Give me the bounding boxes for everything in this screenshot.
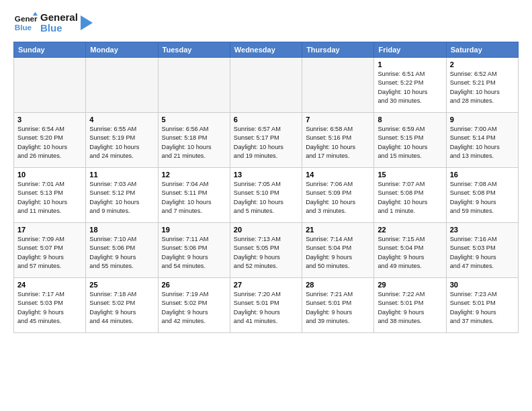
day-number: 1: [378, 60, 442, 68]
calendar-cell: [14, 58, 86, 113]
calendar-cell: 9Sunrise: 7:00 AMSunset: 5:14 PMDaylight…: [446, 113, 518, 168]
calendar-cell: 11Sunrise: 7:03 AMSunset: 5:12 PMDayligh…: [86, 168, 158, 223]
day-number: 22: [378, 226, 442, 234]
day-number: 10: [17, 171, 82, 179]
calendar-cell: 2Sunrise: 6:52 AMSunset: 5:21 PMDaylight…: [446, 58, 518, 113]
header: General Blue General Blue: [13, 11, 519, 35]
day-info: Sunrise: 7:07 AMSunset: 5:08 PMDaylight:…: [378, 180, 442, 216]
day-info: Sunrise: 7:04 AMSunset: 5:11 PMDaylight:…: [162, 180, 226, 216]
calendar-cell: 23Sunrise: 7:16 AMSunset: 5:03 PMDayligh…: [446, 223, 518, 278]
weekday-header-tuesday: Tuesday: [158, 42, 230, 58]
day-number: 24: [17, 281, 82, 289]
calendar-cell: 3Sunrise: 6:54 AMSunset: 5:20 PMDaylight…: [14, 113, 86, 168]
calendar-cell: [302, 58, 374, 113]
day-info: Sunrise: 7:03 AMSunset: 5:12 PMDaylight:…: [89, 180, 154, 216]
weekday-header-sunday: Sunday: [14, 42, 86, 58]
day-info: Sunrise: 7:08 AMSunset: 5:08 PMDaylight:…: [450, 180, 515, 216]
day-info: Sunrise: 7:17 AMSunset: 5:03 PMDaylight:…: [17, 290, 82, 326]
day-number: 18: [89, 226, 154, 234]
day-number: 12: [162, 171, 226, 179]
calendar-cell: 27Sunrise: 7:20 AMSunset: 5:01 PMDayligh…: [230, 278, 302, 333]
calendar-table: SundayMondayTuesdayWednesdayThursdayFrid…: [13, 42, 519, 333]
weekday-header-thursday: Thursday: [302, 42, 374, 58]
day-info: Sunrise: 7:21 AMSunset: 5:01 PMDaylight:…: [306, 290, 370, 326]
day-info: Sunrise: 6:52 AMSunset: 5:21 PMDaylight:…: [450, 70, 515, 105]
day-number: 11: [89, 171, 154, 179]
day-info: Sunrise: 6:57 AMSunset: 5:17 PMDaylight:…: [234, 125, 298, 161]
day-info: Sunrise: 7:13 AMSunset: 5:05 PMDaylight:…: [234, 235, 298, 271]
weekday-header-saturday: Saturday: [446, 42, 518, 58]
day-info: Sunrise: 7:14 AMSunset: 5:04 PMDaylight:…: [306, 235, 370, 271]
calendar-cell: 28Sunrise: 7:21 AMSunset: 5:01 PMDayligh…: [302, 278, 374, 333]
day-info: Sunrise: 7:20 AMSunset: 5:01 PMDaylight:…: [234, 290, 298, 326]
calendar-cell: [158, 58, 230, 113]
calendar-cell: 5Sunrise: 6:56 AMSunset: 5:18 PMDaylight…: [158, 113, 230, 168]
day-info: Sunrise: 7:16 AMSunset: 5:03 PMDaylight:…: [450, 235, 515, 271]
calendar-cell: 14Sunrise: 7:06 AMSunset: 5:09 PMDayligh…: [302, 168, 374, 223]
day-number: 19: [162, 226, 226, 234]
day-number: 8: [378, 116, 442, 124]
calendar-cell: 21Sunrise: 7:14 AMSunset: 5:04 PMDayligh…: [302, 223, 374, 278]
day-number: 26: [162, 281, 226, 289]
day-info: Sunrise: 7:19 AMSunset: 5:02 PMDaylight:…: [162, 290, 226, 326]
day-info: Sunrise: 7:22 AMSunset: 5:01 PMDaylight:…: [378, 290, 442, 326]
day-number: 17: [17, 226, 82, 234]
calendar-cell: 18Sunrise: 7:10 AMSunset: 5:06 PMDayligh…: [86, 223, 158, 278]
day-info: Sunrise: 6:51 AMSunset: 5:22 PMDaylight:…: [378, 70, 442, 105]
calendar-cell: 22Sunrise: 7:15 AMSunset: 5:04 PMDayligh…: [374, 223, 446, 278]
day-number: 25: [89, 281, 154, 289]
calendar-cell: 26Sunrise: 7:19 AMSunset: 5:02 PMDayligh…: [158, 278, 230, 333]
svg-marker-3: [81, 15, 93, 30]
day-number: 5: [162, 116, 226, 124]
calendar-cell: 17Sunrise: 7:09 AMSunset: 5:07 PMDayligh…: [14, 223, 86, 278]
day-info: Sunrise: 7:23 AMSunset: 5:01 PMDaylight:…: [450, 290, 515, 326]
calendar-cell: 12Sunrise: 7:04 AMSunset: 5:11 PMDayligh…: [158, 168, 230, 223]
day-info: Sunrise: 7:11 AMSunset: 5:06 PMDaylight:…: [162, 235, 226, 271]
calendar-cell: 24Sunrise: 7:17 AMSunset: 5:03 PMDayligh…: [14, 278, 86, 333]
day-number: 27: [234, 281, 298, 289]
day-number: 14: [306, 171, 370, 179]
day-info: Sunrise: 7:05 AMSunset: 5:10 PMDaylight:…: [234, 180, 298, 216]
day-info: Sunrise: 7:10 AMSunset: 5:06 PMDaylight:…: [89, 235, 154, 271]
calendar-cell: 4Sunrise: 6:55 AMSunset: 5:19 PMDaylight…: [86, 113, 158, 168]
logo-icon: General Blue: [13, 11, 38, 35]
day-number: 3: [17, 116, 82, 124]
day-info: Sunrise: 7:18 AMSunset: 5:02 PMDaylight:…: [89, 290, 154, 326]
day-number: 20: [234, 226, 298, 234]
calendar-cell: 10Sunrise: 7:01 AMSunset: 5:13 PMDayligh…: [14, 168, 86, 223]
day-number: 23: [450, 226, 515, 234]
calendar-week-3: 10Sunrise: 7:01 AMSunset: 5:13 PMDayligh…: [14, 168, 519, 223]
day-number: 21: [306, 226, 370, 234]
calendar-cell: 16Sunrise: 7:08 AMSunset: 5:08 PMDayligh…: [446, 168, 518, 223]
day-info: Sunrise: 7:06 AMSunset: 5:09 PMDaylight:…: [306, 180, 370, 216]
day-number: 2: [450, 60, 515, 68]
calendar-cell: 19Sunrise: 7:11 AMSunset: 5:06 PMDayligh…: [158, 223, 230, 278]
calendar-cell: 20Sunrise: 7:13 AMSunset: 5:05 PMDayligh…: [230, 223, 302, 278]
calendar-week-4: 17Sunrise: 7:09 AMSunset: 5:07 PMDayligh…: [14, 223, 519, 278]
day-info: Sunrise: 6:55 AMSunset: 5:19 PMDaylight:…: [89, 125, 154, 161]
day-number: 28: [306, 281, 370, 289]
calendar-week-2: 3Sunrise: 6:54 AMSunset: 5:20 PMDaylight…: [14, 113, 519, 168]
day-info: Sunrise: 6:58 AMSunset: 5:16 PMDaylight:…: [306, 125, 370, 161]
calendar-cell: [230, 58, 302, 113]
logo: General Blue General Blue: [13, 11, 93, 35]
day-number: 9: [450, 116, 515, 124]
weekday-header-friday: Friday: [374, 42, 446, 58]
day-number: 16: [450, 171, 515, 179]
day-number: 13: [234, 171, 298, 179]
calendar-cell: 1Sunrise: 6:51 AMSunset: 5:22 PMDaylight…: [374, 58, 446, 113]
calendar-cell: 30Sunrise: 7:23 AMSunset: 5:01 PMDayligh…: [446, 278, 518, 333]
day-number: 4: [89, 116, 154, 124]
day-number: 7: [306, 116, 370, 124]
day-info: Sunrise: 6:59 AMSunset: 5:15 PMDaylight:…: [378, 125, 442, 161]
calendar-cell: [86, 58, 158, 113]
day-number: 15: [378, 171, 442, 179]
day-info: Sunrise: 7:01 AMSunset: 5:13 PMDaylight:…: [17, 180, 82, 216]
logo-blue: Blue: [40, 23, 78, 34]
logo-general: General: [40, 12, 78, 24]
calendar-week-1: 1Sunrise: 6:51 AMSunset: 5:22 PMDaylight…: [14, 58, 519, 113]
calendar-cell: 13Sunrise: 7:05 AMSunset: 5:10 PMDayligh…: [230, 168, 302, 223]
day-number: 29: [378, 281, 442, 289]
day-number: 30: [450, 281, 515, 289]
day-info: Sunrise: 7:15 AMSunset: 5:04 PMDaylight:…: [378, 235, 442, 271]
